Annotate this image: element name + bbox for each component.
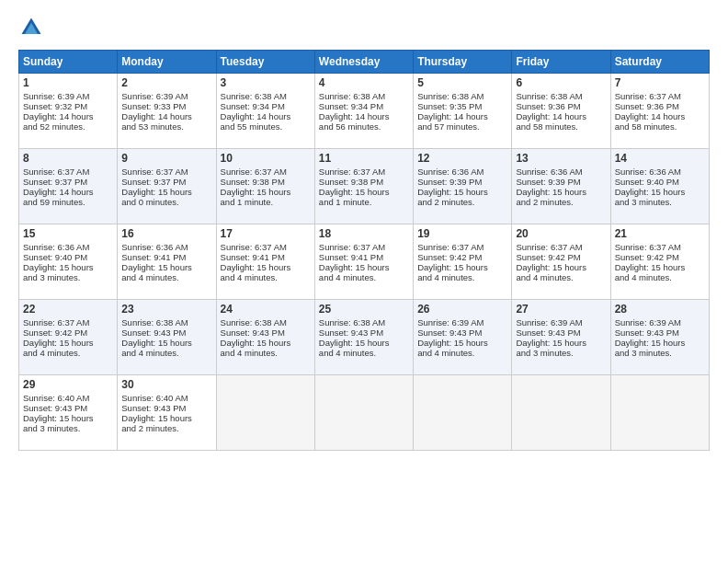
- cell-line: Daylight: 15 hours: [221, 338, 311, 348]
- calendar-cell: 25Sunrise: 6:38 AMSunset: 9:43 PMDayligh…: [314, 300, 413, 375]
- day-number: 3: [221, 76, 311, 89]
- day-number: 20: [516, 227, 606, 240]
- cell-line: Sunrise: 6:39 AM: [417, 317, 507, 327]
- cell-line: Sunset: 9:36 PM: [615, 101, 705, 111]
- calendar-cell: 21Sunrise: 6:37 AMSunset: 9:42 PMDayligh…: [610, 224, 709, 300]
- cell-line: Daylight: 14 hours: [23, 111, 113, 121]
- calendar-cell: [216, 375, 314, 451]
- calendar-week-1: 1Sunrise: 6:39 AMSunset: 9:32 PMDaylight…: [19, 74, 710, 149]
- cell-line: Sunrise: 6:38 AM: [221, 317, 311, 327]
- calendar-header: SundayMondayTuesdayWednesdayThursdayFrid…: [19, 51, 710, 74]
- cell-line: Daylight: 15 hours: [319, 262, 409, 272]
- calendar-cell: 1Sunrise: 6:39 AMSunset: 9:32 PMDaylight…: [19, 74, 118, 149]
- cell-line: Sunrise: 6:39 AM: [23, 91, 113, 101]
- calendar-week-4: 22Sunrise: 6:37 AMSunset: 9:42 PMDayligh…: [19, 300, 710, 375]
- day-number: 2: [121, 76, 211, 89]
- cell-line: Sunrise: 6:36 AM: [417, 167, 507, 177]
- cell-line: and 4 minutes.: [319, 348, 409, 358]
- cell-line: Sunset: 9:38 PM: [221, 177, 311, 187]
- cell-line: Sunset: 9:43 PM: [23, 403, 113, 413]
- cell-line: Daylight: 15 hours: [516, 338, 606, 348]
- cell-line: Daylight: 15 hours: [417, 338, 507, 348]
- cell-line: and 3 minutes.: [615, 348, 705, 358]
- calendar-cell: [610, 375, 709, 451]
- day-number: 23: [121, 303, 211, 316]
- cell-line: Sunrise: 6:37 AM: [615, 91, 705, 101]
- calendar-week-3: 15Sunrise: 6:36 AMSunset: 9:40 PMDayligh…: [19, 224, 710, 300]
- cell-line: and 4 minutes.: [121, 272, 211, 282]
- cell-line: and 2 minutes.: [516, 197, 606, 207]
- cell-line: Sunrise: 6:37 AM: [221, 167, 311, 177]
- cell-line: and 0 minutes.: [121, 197, 211, 207]
- cell-line: and 4 minutes.: [23, 348, 113, 358]
- day-number: 28: [615, 303, 705, 316]
- cell-line: Sunset: 9:34 PM: [319, 101, 409, 111]
- cell-line: Sunrise: 6:36 AM: [615, 167, 705, 177]
- cell-line: Daylight: 15 hours: [319, 338, 409, 348]
- calendar-cell: 9Sunrise: 6:37 AMSunset: 9:37 PMDaylight…: [118, 149, 216, 224]
- cell-line: Sunrise: 6:39 AM: [121, 91, 211, 101]
- cell-line: Sunrise: 6:37 AM: [417, 242, 507, 252]
- cell-line: Sunrise: 6:38 AM: [221, 91, 311, 101]
- calendar-cell: [512, 375, 610, 451]
- cell-line: Sunset: 9:35 PM: [417, 101, 507, 111]
- weekday-header-monday: Monday: [118, 51, 216, 74]
- cell-line: Sunset: 9:42 PM: [516, 252, 606, 262]
- weekday-header-wednesday: Wednesday: [314, 51, 413, 74]
- cell-line: Daylight: 15 hours: [319, 187, 409, 197]
- day-number: 24: [221, 303, 311, 316]
- calendar-cell: 10Sunrise: 6:37 AMSunset: 9:38 PMDayligh…: [216, 149, 314, 224]
- cell-line: Sunrise: 6:37 AM: [516, 242, 606, 252]
- cell-line: and 3 minutes.: [23, 423, 113, 433]
- weekday-header-saturday: Saturday: [610, 51, 709, 74]
- cell-line: Sunset: 9:41 PM: [319, 252, 409, 262]
- cell-line: and 4 minutes.: [221, 272, 311, 282]
- cell-line: Sunrise: 6:38 AM: [516, 91, 606, 101]
- calendar-cell: 14Sunrise: 6:36 AMSunset: 9:40 PMDayligh…: [610, 149, 709, 224]
- cell-line: Sunset: 9:32 PM: [23, 101, 113, 111]
- cell-line: Sunrise: 6:40 AM: [121, 393, 211, 403]
- cell-line: Daylight: 15 hours: [615, 262, 705, 272]
- cell-line: Daylight: 15 hours: [417, 187, 507, 197]
- cell-line: Daylight: 14 hours: [417, 111, 507, 121]
- cell-line: Sunrise: 6:38 AM: [319, 91, 409, 101]
- calendar-cell: 16Sunrise: 6:36 AMSunset: 9:41 PMDayligh…: [118, 224, 216, 300]
- cell-line: Sunset: 9:43 PM: [121, 327, 211, 338]
- calendar-cell: 24Sunrise: 6:38 AMSunset: 9:43 PMDayligh…: [216, 300, 314, 375]
- cell-line: and 53 minutes.: [121, 121, 211, 132]
- cell-line: Daylight: 15 hours: [121, 262, 211, 272]
- calendar-cell: 12Sunrise: 6:36 AMSunset: 9:39 PMDayligh…: [414, 149, 512, 224]
- day-number: 15: [23, 227, 113, 240]
- calendar-cell: 2Sunrise: 6:39 AMSunset: 9:33 PMDaylight…: [118, 74, 216, 149]
- calendar-cell: 4Sunrise: 6:38 AMSunset: 9:34 PMDaylight…: [314, 74, 413, 149]
- cell-line: and 3 minutes.: [615, 197, 705, 207]
- weekday-header-tuesday: Tuesday: [216, 51, 314, 74]
- cell-line: Sunrise: 6:37 AM: [23, 317, 113, 327]
- cell-line: Sunrise: 6:38 AM: [417, 91, 507, 101]
- calendar-cell: 3Sunrise: 6:38 AMSunset: 9:34 PMDaylight…: [216, 74, 314, 149]
- cell-line: and 4 minutes.: [417, 348, 507, 358]
- cell-line: Sunrise: 6:37 AM: [23, 167, 113, 177]
- cell-line: and 58 minutes.: [516, 121, 606, 132]
- calendar-cell: 23Sunrise: 6:38 AMSunset: 9:43 PMDayligh…: [118, 300, 216, 375]
- cell-line: Daylight: 15 hours: [417, 262, 507, 272]
- calendar-cell: 28Sunrise: 6:39 AMSunset: 9:43 PMDayligh…: [610, 300, 709, 375]
- cell-line: Sunset: 9:43 PM: [417, 327, 507, 338]
- day-number: 12: [417, 152, 507, 165]
- cell-line: Sunrise: 6:37 AM: [319, 167, 409, 177]
- calendar-week-5: 29Sunrise: 6:40 AMSunset: 9:43 PMDayligh…: [19, 375, 710, 451]
- calendar-cell: 20Sunrise: 6:37 AMSunset: 9:42 PMDayligh…: [512, 224, 610, 300]
- cell-line: and 58 minutes.: [615, 121, 705, 132]
- cell-line: and 4 minutes.: [516, 272, 606, 282]
- cell-line: Daylight: 15 hours: [221, 187, 311, 197]
- cell-line: Sunset: 9:41 PM: [121, 252, 211, 262]
- calendar-cell: 18Sunrise: 6:37 AMSunset: 9:41 PMDayligh…: [314, 224, 413, 300]
- weekday-header-friday: Friday: [512, 51, 610, 74]
- calendar-cell: 8Sunrise: 6:37 AMSunset: 9:37 PMDaylight…: [19, 149, 118, 224]
- cell-line: Sunrise: 6:37 AM: [319, 242, 409, 252]
- cell-line: Daylight: 15 hours: [23, 413, 113, 423]
- cell-line: Sunrise: 6:39 AM: [516, 317, 606, 327]
- cell-line: Sunset: 9:43 PM: [615, 327, 705, 338]
- cell-line: Daylight: 14 hours: [516, 111, 606, 121]
- day-number: 9: [121, 152, 211, 165]
